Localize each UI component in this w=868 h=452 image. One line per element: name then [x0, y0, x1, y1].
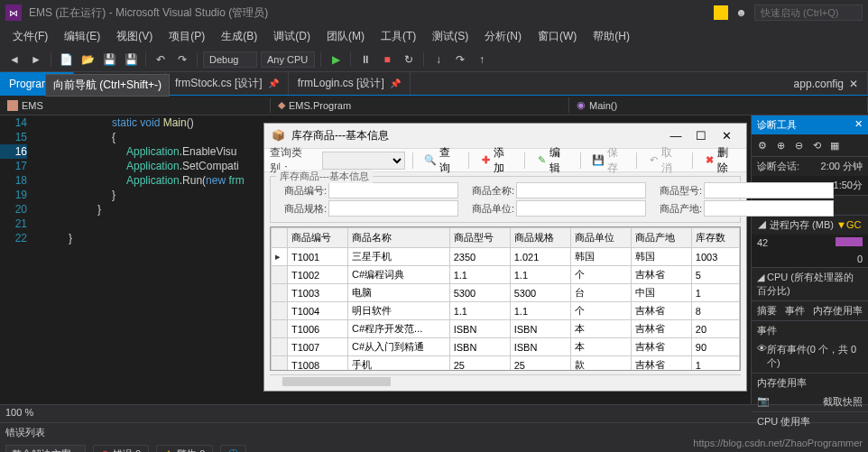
menu-analyze[interactable]: 分析(N)	[477, 26, 529, 47]
grid-row[interactable]: T1001三星手机23501.021韩国韩国1003	[272, 248, 740, 266]
close-button[interactable]: ✕	[714, 127, 739, 145]
menu-project[interactable]: 项目(P)	[162, 26, 212, 47]
tab-events[interactable]: 事件	[785, 304, 805, 318]
tab-summary[interactable]: 摘要	[757, 304, 777, 318]
grid-cell[interactable]: 1003	[691, 248, 739, 266]
grid-cell[interactable]: C#从入门到精通	[348, 338, 450, 356]
grid-cell[interactable]: 台	[570, 284, 631, 302]
grid-cell[interactable]: 吉林省	[631, 338, 691, 356]
close-icon[interactable]: ✕	[849, 78, 858, 90]
zoom-level[interactable]: 100 %	[0, 404, 868, 422]
grid-cell[interactable]: 25	[449, 356, 510, 372]
grid-cell[interactable]: ISBN	[449, 320, 510, 338]
grid-col[interactable]: 商品编号	[288, 228, 348, 248]
grid-row[interactable]: T1002C#编程词典1.11.1个吉林省5	[272, 266, 740, 284]
errors-filter[interactable]: ⊘错误 0	[93, 445, 149, 453]
nav-project[interactable]: EMS	[0, 98, 271, 113]
reset-icon[interactable]: ⟲	[809, 138, 824, 152]
grid-cell[interactable]: 5300	[510, 284, 570, 302]
grid-cell[interactable]: T1001	[288, 248, 348, 266]
grid-cell[interactable]: 8	[691, 302, 739, 320]
tab-frmstock-design[interactable]: frmStock.cs [设计]📌	[166, 72, 289, 95]
restart-icon[interactable]: ↻	[400, 51, 418, 69]
nav-class[interactable]: ◆EMS.Program	[271, 97, 569, 113]
menu-window[interactable]: 窗口(W)	[531, 26, 584, 47]
grid-cell[interactable]: 吉林省	[631, 266, 691, 284]
grid-cell[interactable]: 中国	[631, 284, 691, 302]
grid-cell[interactable]: 5300	[449, 284, 510, 302]
grid-cell[interactable]: 本	[570, 338, 631, 356]
notification-flag-icon[interactable]	[714, 5, 728, 20]
grid-cell[interactable]: T1007	[288, 338, 348, 356]
grid-cell[interactable]: T1002	[288, 266, 348, 284]
cpu-section[interactable]: ◢ CPU (所有处理器的百分比)	[752, 267, 868, 300]
save-button[interactable]: 💾保存	[588, 143, 629, 178]
grid-col[interactable]: 商品型号	[449, 228, 510, 248]
nav-back-icon[interactable]: ◄	[5, 51, 23, 69]
grid-cell[interactable]: T1004	[288, 302, 348, 320]
grid-cell[interactable]: 2350	[449, 248, 510, 266]
menu-view[interactable]: 视图(V)	[109, 26, 160, 47]
grid-cell[interactable]: 1.021	[510, 248, 570, 266]
grid-cell[interactable]: ISBN	[510, 338, 570, 356]
step-over-icon[interactable]: ↷	[451, 51, 469, 69]
config-combo[interactable]: Debug	[203, 51, 257, 68]
scroll-thumb[interactable]	[282, 377, 391, 386]
grid-cell[interactable]: 吉林省	[631, 302, 691, 320]
events-link[interactable]: 👁所有事件(0 个，共 0 个)	[752, 340, 868, 373]
grid-col[interactable]: 商品名称	[348, 228, 450, 248]
view-icon[interactable]: ▦	[827, 138, 842, 152]
horizontal-scrollbar[interactable]	[270, 374, 741, 387]
data-grid[interactable]: 商品编号商品名称商品型号商品规格商品单位商品产地库存数 T1001三星手机235…	[270, 226, 741, 371]
type-input[interactable]	[704, 182, 834, 198]
grid-cell[interactable]: 明日软件	[348, 302, 450, 320]
close-icon[interactable]: ✕	[854, 118, 863, 132]
grid-col[interactable]: 商品规格	[510, 228, 570, 248]
pin-icon[interactable]: 📌	[390, 78, 401, 88]
messages-filter[interactable]: ⓘ	[220, 445, 246, 453]
grid-row[interactable]: T1006C#程序开发范...ISBNISBN本吉林省20	[272, 320, 740, 338]
grid-cell[interactable]: C#程序开发范...	[348, 320, 450, 338]
grid-cell[interactable]: 5	[691, 266, 739, 284]
grid-cell[interactable]: 1	[691, 284, 739, 302]
undo-icon[interactable]: ↶	[152, 51, 170, 69]
warnings-filter[interactable]: ⚠警告 0	[156, 445, 213, 453]
tab-memory[interactable]: 内存使用率	[813, 304, 863, 318]
save-icon[interactable]: 💾	[100, 51, 118, 69]
platform-combo[interactable]: Any CPU	[261, 51, 315, 68]
grid-row[interactable]: T1007C#从入门到精通ISBNISBN本吉林省90	[272, 338, 740, 356]
grid-col[interactable]: 商品产地	[631, 228, 691, 248]
add-button[interactable]: ✚添加	[476, 143, 517, 178]
grid-cell[interactable]: 1.1	[449, 266, 510, 284]
grid-cell[interactable]: 个	[570, 266, 631, 284]
menu-edit[interactable]: 编辑(E)	[57, 26, 107, 47]
settings-icon[interactable]: ⚙	[755, 138, 770, 152]
grid-cell[interactable]: 吉林省	[631, 356, 691, 372]
scope-combo[interactable]: 整个解决方案 ▾	[5, 445, 86, 453]
grid-cell[interactable]: 手机	[348, 356, 450, 372]
unit-input[interactable]	[516, 200, 646, 217]
zoom-in-icon[interactable]: ⊕	[773, 138, 788, 152]
zoom-out-icon[interactable]: ⊖	[791, 138, 806, 152]
open-icon[interactable]: 📂	[78, 51, 97, 69]
save-all-icon[interactable]: 💾	[122, 51, 140, 69]
menu-file[interactable]: 文件(F)	[5, 26, 55, 47]
feedback-icon[interactable]: ☻	[735, 6, 747, 19]
redo-icon[interactable]: ↷	[173, 51, 191, 69]
nav-method[interactable]: ◉Main()	[569, 97, 868, 113]
grid-cell[interactable]: 90	[691, 338, 739, 356]
grid-cell[interactable]: T1006	[288, 320, 348, 338]
grid-row[interactable]: T1004明日软件1.11.1个吉林省8	[272, 302, 740, 320]
grid-cell[interactable]: 1	[691, 356, 739, 372]
nav-fwd-icon[interactable]: ►	[27, 51, 45, 69]
grid-cell[interactable]: 韩国	[631, 248, 691, 266]
grid-cell[interactable]: 1.1	[449, 302, 510, 320]
grid-cell[interactable]: T1008	[288, 356, 348, 372]
step-into-icon[interactable]: ↓	[429, 51, 448, 69]
spec-input[interactable]	[328, 200, 458, 217]
edit-button[interactable]: ✎编辑	[532, 143, 573, 178]
new-file-icon[interactable]: 📄	[57, 51, 75, 69]
menu-debug[interactable]: 调试(D)	[266, 26, 318, 47]
tab-program-cs[interactable]: Program.cs 向前导航 (Ctrl+Shift+-)	[0, 72, 74, 95]
grid-cell[interactable]: 25	[510, 356, 570, 372]
